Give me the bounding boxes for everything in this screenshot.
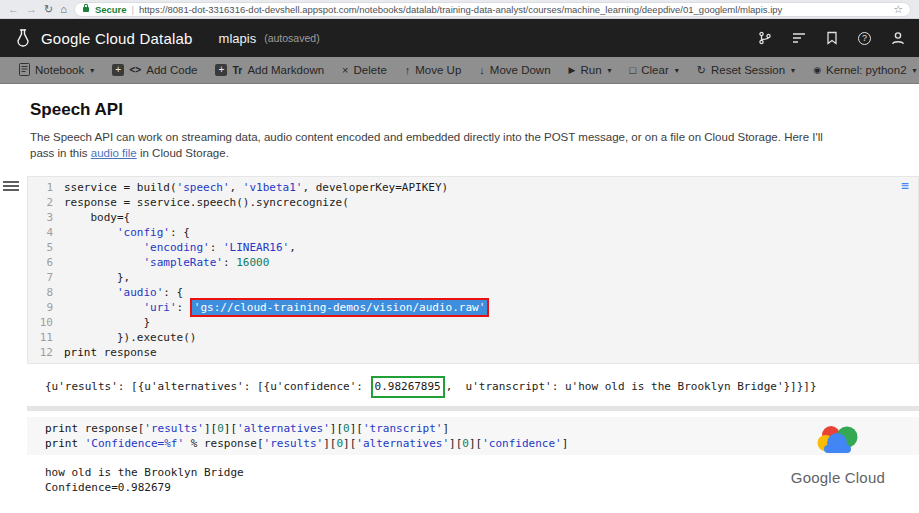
list-icon[interactable] — [792, 32, 806, 44]
add-markdown-button[interactable]: + Tr Add Markdown — [206, 64, 333, 76]
reset-session-label: Reset Session — [711, 64, 785, 76]
code-line[interactable]: 11 }).execute() — [28, 330, 918, 345]
chevron-down-icon: ▾ — [608, 66, 612, 75]
kernel-icon: ◉ — [813, 66, 821, 75]
secure-label: Secure — [95, 4, 127, 15]
chevron-down-icon: ▾ — [90, 66, 94, 75]
code-cell-2: print response['results'][0]['alternativ… — [27, 417, 919, 505]
line-number: 4 — [28, 225, 64, 240]
forward-icon[interactable]: → — [26, 4, 37, 15]
google-cloud-logo: Google Cloud — [791, 422, 885, 486]
kernel-selector[interactable]: ◉ Kernel: python2 ▾ — [804, 64, 919, 76]
code-cell-2-lines: print response['results'][0]['alternativ… — [45, 421, 919, 451]
move-down-label: Move Down — [490, 64, 551, 76]
code-line[interactable]: 7 }, — [28, 270, 918, 285]
lock-icon — [82, 3, 90, 15]
move-up-button[interactable]: ↑ Move Up — [396, 64, 471, 76]
add-code-button[interactable]: + <> Add Code — [103, 64, 206, 76]
autosave-status: (autosaved) — [264, 32, 319, 44]
delete-icon: × — [342, 65, 348, 76]
cell-2-output: how old is the Brooklyn BridgeConfidence… — [27, 455, 919, 505]
move-up-label: Move Up — [415, 64, 461, 76]
back-icon[interactable]: ← — [8, 4, 19, 15]
reset-session-button[interactable]: ↻ Reset Session ▾ — [688, 64, 804, 76]
arrow-down-icon: ↓ — [479, 65, 485, 76]
play-icon: ▶ — [569, 66, 576, 75]
run-button[interactable]: ▶ Run ▾ — [560, 64, 621, 76]
address-bar[interactable]: Secure | https://8081-dot-3316316-dot-de… — [74, 2, 911, 17]
notebook-icon — [19, 63, 30, 78]
code-cell-1: 1sservice = build('speech', 'v1beta1', d… — [27, 176, 919, 406]
line-number: 12 — [28, 345, 64, 360]
sessions-branch-icon[interactable] — [758, 31, 772, 45]
code-line[interactable]: print 'Confidence=%f' % response['result… — [45, 436, 919, 451]
code-line[interactable]: 6 'sampleRate': 16000 — [28, 255, 918, 270]
code-line[interactable]: print response['results'][0]['alternativ… — [45, 421, 919, 436]
line-number: 1 — [28, 180, 64, 195]
code-editor-2[interactable]: print response['results'][0]['alternativ… — [27, 417, 919, 455]
code-line[interactable]: 4 'config': { — [28, 225, 918, 240]
notebook-toolbar: Notebook ▾ + <> Add Code + Tr Add Markdo… — [0, 57, 919, 84]
line-number: 6 — [28, 255, 64, 270]
output-line: Confidence=0.982679 — [45, 480, 919, 495]
line-number: 3 — [28, 210, 64, 225]
line-number: 5 — [28, 240, 64, 255]
reload-icon[interactable]: ↻ — [44, 4, 53, 15]
code-line[interactable]: 5 'encoding': 'LINEAR16', — [28, 240, 918, 255]
cell-divider — [27, 406, 919, 411]
intro-segment: in Cloud Storage. — [137, 147, 229, 159]
code-line[interactable]: 3 body={ — [28, 210, 918, 225]
plus-icon: + — [215, 64, 227, 76]
chevron-down-icon: ▾ — [791, 66, 795, 75]
home-icon[interactable]: ⌂ — [60, 4, 67, 15]
arrow-up-icon: ↑ — [405, 65, 411, 76]
add-markdown-label: Add Markdown — [247, 64, 324, 76]
code-line[interactable]: 10 } — [28, 315, 918, 330]
account-icon[interactable] — [891, 31, 905, 45]
app-header: Google Cloud Datalab mlapis (autosaved) … — [0, 19, 919, 57]
text-icon: Tr — [232, 65, 242, 76]
reset-icon: ↻ — [697, 65, 706, 76]
google-cloud-icon — [815, 422, 861, 460]
audio-file-link[interactable]: audio file — [91, 147, 137, 159]
line-number: 9 — [28, 300, 64, 315]
plus-icon: + — [112, 64, 124, 76]
delete-label: Delete — [354, 64, 387, 76]
line-number: 11 — [28, 330, 64, 345]
notebook-menu[interactable]: Notebook ▾ — [10, 63, 103, 78]
bookmark-icon[interactable] — [826, 31, 838, 45]
code-line[interactable]: 2response = sservice.speech().syncrecogn… — [28, 195, 918, 210]
line-number: 2 — [28, 195, 64, 210]
delete-button[interactable]: × Delete — [333, 64, 396, 76]
code-line[interactable]: 12print response — [28, 345, 918, 360]
intro-segment: pass in this — [30, 147, 91, 159]
line-number: 7 — [28, 270, 64, 285]
browser-chrome: ← → ↻ ⌂ Secure | https://8081-dot-331631… — [0, 0, 919, 19]
intro-segment: The Speech API can work on streaming dat… — [30, 131, 823, 143]
line-number: 10 — [28, 315, 64, 330]
bookmark-star-icon[interactable]: ☆ — [893, 3, 903, 16]
cell-menu-icon[interactable]: ≡ — [901, 179, 909, 192]
notebook-menu-label: Notebook — [35, 64, 84, 76]
code-editor-1[interactable]: 1sservice = build('speech', 'v1beta1', d… — [27, 176, 919, 364]
intro-text: The Speech API can work on streaming dat… — [30, 129, 896, 161]
url-separator: | — [132, 4, 134, 15]
code-brackets-icon: <> — [129, 65, 141, 75]
help-icon[interactable]: ? — [858, 32, 871, 45]
chevron-down-icon: ▾ — [913, 66, 917, 75]
clear-label: Clear — [641, 64, 668, 76]
move-down-button[interactable]: ↓ Move Down — [470, 64, 559, 76]
cell-sidebar-toggle-icon[interactable] — [3, 179, 19, 193]
code-line[interactable]: 1sservice = build('speech', 'v1beta1', d… — [28, 180, 918, 195]
run-label: Run — [580, 64, 601, 76]
clear-button[interactable]: □ Clear ▾ — [621, 64, 688, 76]
chevron-down-icon: ▾ — [675, 66, 679, 75]
code-line[interactable]: 9 'uri': 'gs://cloud-training-demos/visi… — [28, 300, 918, 315]
line-number: 8 — [28, 285, 64, 300]
add-code-label: Add Code — [146, 64, 197, 76]
cell-1-output: {u'results': [{u'alternatives': [{u'conf… — [27, 364, 919, 406]
kernel-label: Kernel: python2 — [826, 64, 907, 76]
url-text: https://8081-dot-3316316-dot-devshell.ap… — [139, 4, 888, 15]
notebook-content: Speech API The Speech API can work on st… — [0, 84, 919, 513]
code-cell-1-lines: 1sservice = build('speech', 'v1beta1', d… — [28, 180, 918, 360]
